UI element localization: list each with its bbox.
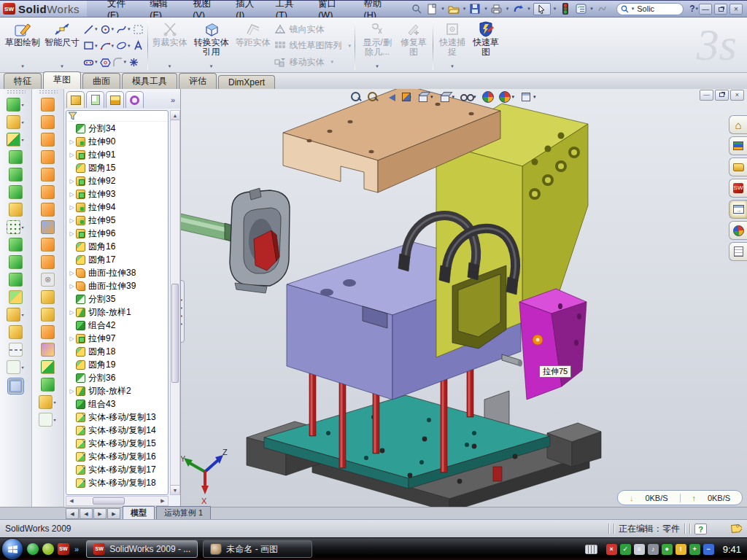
task-pane-tab-solidworks-resources[interactable]: ⌂ <box>729 115 747 134</box>
cert-badge-tray-icon[interactable]: ≡ <box>634 544 645 555</box>
sketch-fillet-icon[interactable]: ▾ <box>112 57 128 68</box>
reference-point-button[interactable]: ▾ <box>7 308 24 322</box>
split-button[interactable] <box>9 255 23 269</box>
panel-tab-featuremanager[interactable] <box>66 91 85 108</box>
zoom-fit-button[interactable] <box>350 91 362 103</box>
quick-launch-chevron-icon[interactable]: » <box>74 545 79 553</box>
tree-item[interactable]: ▷拉伸91 <box>66 148 168 161</box>
tree-item[interactable]: 实体-移动/复制17 <box>66 463 168 476</box>
save-icon[interactable] <box>468 3 481 15</box>
model-tab-0[interactable]: 模型 <box>123 506 155 519</box>
minimize-button[interactable]: — <box>699 4 712 15</box>
move-entities-button[interactable]: 移动实体 ▾ <box>274 55 352 69</box>
scroll-down-icon[interactable]: ▼ <box>171 485 179 494</box>
helix-curve-2-button[interactable]: ▾ <box>39 413 56 427</box>
volume-tray-icon[interactable]: ♪ <box>648 544 659 555</box>
helix-curve-caret-icon[interactable]: ▾ <box>21 365 23 370</box>
sketch-button[interactable]: 草图绘制 ▾ <box>3 19 42 72</box>
spline-tool-icon[interactable]: ▾ <box>116 24 131 35</box>
tree-item[interactable]: 圆角19 <box>66 358 168 371</box>
panel-tabs-overflow-icon[interactable]: » <box>168 96 178 104</box>
tree-item[interactable]: ▷切除-放样1 <box>66 306 168 319</box>
pin-icon[interactable] <box>410 3 423 15</box>
circle-tool-icon[interactable]: ▾ <box>100 24 115 35</box>
ribbon-tab-1[interactable]: 草图 <box>43 71 81 89</box>
extruded-boss-caret-icon[interactable]: ▾ <box>21 102 23 107</box>
open-document-icon[interactable] <box>447 3 460 15</box>
model-tab-1[interactable]: 运动算例 1 <box>156 506 211 519</box>
ribbon-tab-2[interactable]: 曲面 <box>82 73 120 89</box>
panel-tab-configurationmanager[interactable] <box>106 91 124 108</box>
ribbon-tab-0[interactable]: 特征 <box>4 73 42 89</box>
scroll-thumb[interactable] <box>93 497 125 505</box>
display-delete-relations-button[interactable]: 显示/删除几... ▾ <box>357 19 397 72</box>
tree-item[interactable]: ▷切除-放样2 <box>66 384 168 397</box>
quick-snaps-button[interactable]: 快速捕捉 ▾ <box>436 19 469 72</box>
expand-arrow-icon[interactable]: ▷ <box>68 191 76 198</box>
wrap-button[interactable] <box>9 203 23 217</box>
convert-entities-button[interactable]: 转换实体引用 ▾ <box>190 19 233 72</box>
keyboard-layout-icon[interactable] <box>585 545 597 554</box>
taskbar-task-1[interactable]: 未命名 - 画图 <box>203 540 312 558</box>
tree-item[interactable]: 实体-移动/复制13 <box>66 411 168 424</box>
nav-first-button[interactable]: ◀ <box>66 508 79 519</box>
nav-prev-button[interactable]: ◀ <box>80 508 93 519</box>
expand-arrow-icon[interactable]: ▷ <box>68 283 76 289</box>
tree-item[interactable]: 组合42 <box>66 319 168 332</box>
tag-icon[interactable] <box>729 523 742 534</box>
smart-dimension-button[interactable]: 智能尺寸 ▾ <box>42 19 82 72</box>
linear-pattern-button[interactable]: ▾ <box>7 220 24 234</box>
view-settings-caret-icon[interactable]: ▾ <box>533 94 536 100</box>
toolbar-drag-handle[interactable] <box>39 90 58 93</box>
selection-marquee-icon[interactable] <box>133 24 144 35</box>
task-pane-tab-appearances-scenes[interactable] <box>729 221 747 240</box>
ruled-surface-button[interactable] <box>41 238 55 252</box>
offset-entities-button[interactable]: 等距实体 <box>233 19 273 72</box>
expand-arrow-icon[interactable]: ▷ <box>68 230 76 237</box>
plane-button[interactable] <box>9 325 23 339</box>
doc-close-button[interactable]: × <box>730 90 744 101</box>
scroll-up-icon[interactable]: ▲ <box>171 111 179 120</box>
mirror-entities-button[interactable]: 镜向实体 <box>274 22 352 36</box>
filled-surface-button[interactable] <box>41 185 55 199</box>
tree-item[interactable]: 实体-移动/复制15 <box>66 437 168 450</box>
swept-boss-button[interactable] <box>9 150 23 164</box>
move-copy-bodies-button[interactable] <box>9 290 23 304</box>
offset-surface-button[interactable] <box>41 220 55 234</box>
solidworks-launcher-icon[interactable]: SW <box>58 543 69 555</box>
help-caret-icon[interactable]: ▾ <box>695 6 698 12</box>
extruded-cut-caret-icon[interactable]: ▾ <box>21 120 23 125</box>
polygon-tool-icon[interactable] <box>100 57 111 68</box>
filter-funnel-icon[interactable] <box>68 112 77 120</box>
lofted-surface-button[interactable] <box>41 150 55 164</box>
hide-show-items-button[interactable]: ▾ <box>460 91 477 103</box>
scroll-left-icon[interactable]: ◀ <box>66 498 77 504</box>
expand-arrow-icon[interactable]: ▷ <box>68 309 76 316</box>
sync-blocked-tray-icon[interactable]: − <box>703 544 714 555</box>
wireless-alert-tray-icon[interactable]: ! <box>676 544 686 555</box>
expand-arrow-icon[interactable]: ▷ <box>68 204 76 211</box>
trim-entities-button[interactable]: 剪裁实体 ▾ <box>150 19 190 72</box>
3d-model-view[interactable]: Y Z X <box>181 89 747 507</box>
defense-plus-tray-icon[interactable]: + <box>689 544 700 555</box>
security-suite-icon[interactable] <box>42 543 54 555</box>
repair-sketch-button[interactable]: 修复草图 <box>397 19 430 72</box>
section-view-button[interactable] <box>400 91 412 103</box>
smart-dimension-caret-icon[interactable]: ▾ <box>61 61 63 72</box>
tree-item[interactable]: ▷拉伸92 <box>66 174 168 187</box>
task-pane-tab-solidworks-search[interactable]: SW <box>729 179 747 198</box>
open-caret-icon[interactable]: ▾ <box>463 6 466 12</box>
thicken-button[interactable] <box>41 378 55 392</box>
messenger-icon[interactable] <box>27 543 39 555</box>
sketch-caret-icon[interactable]: ▾ <box>21 61 24 72</box>
save-caret-icon[interactable]: ▾ <box>484 6 487 12</box>
tree-item[interactable]: 实体-移动/复制18 <box>66 476 168 489</box>
swept-surface-button[interactable] <box>41 133 55 147</box>
tree-item[interactable]: 实体-移动/复制14 <box>66 424 168 437</box>
planar-surface-button[interactable] <box>41 203 55 217</box>
view-orientation-button[interactable]: ▾ <box>417 91 434 103</box>
ribbon-tab-5[interactable]: DimXpert <box>218 75 275 89</box>
point-tool-icon[interactable] <box>128 57 139 68</box>
screen-capture-icon[interactable] <box>596 3 609 15</box>
task-pane-tab-file-explorer[interactable] <box>729 158 747 176</box>
